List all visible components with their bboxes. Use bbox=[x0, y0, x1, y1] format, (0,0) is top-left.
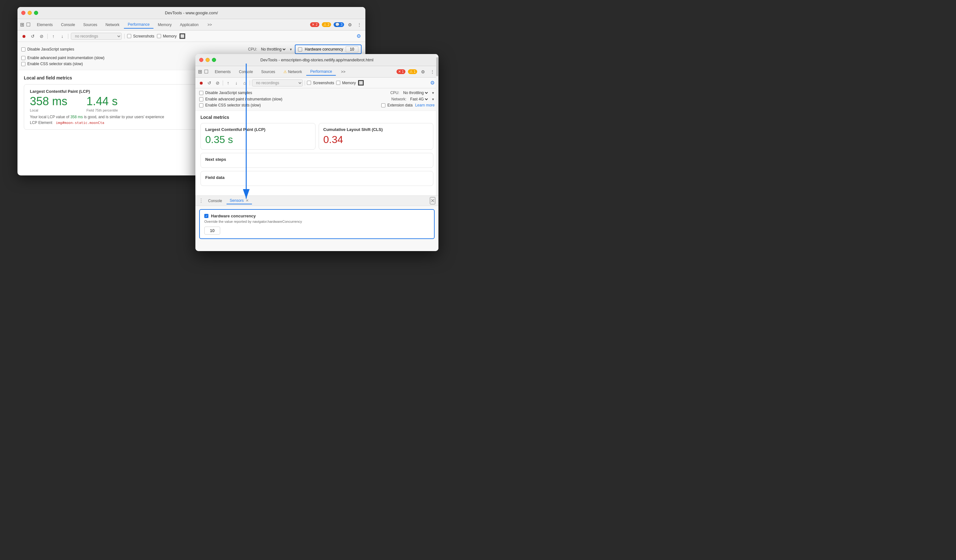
screenshots-check-back[interactable] bbox=[127, 34, 131, 38]
devtools-window-front: DevTools - emscripten-dbg-stories.netlif… bbox=[195, 54, 439, 251]
maximize-button-front[interactable] bbox=[212, 58, 216, 62]
cls-title-front: Cumulative Layout Shift (CLS) bbox=[324, 127, 429, 132]
reload-button-front[interactable]: ↺ bbox=[206, 80, 212, 86]
close-button-front[interactable] bbox=[199, 58, 203, 62]
disable-js-back[interactable]: Disable JavaScript samples bbox=[21, 47, 74, 52]
screenshots-checkbox-front[interactable]: Screenshots bbox=[307, 81, 334, 85]
warning-badge-front: ⚠ 1 bbox=[408, 69, 417, 74]
lcp-card-front: Largest Contentful Paint (LCP) 0.35 s bbox=[200, 123, 316, 150]
settings-icon-back[interactable]: ⚙ bbox=[347, 22, 353, 28]
css-selector-back[interactable]: Enable CSS selector stats (slow) bbox=[21, 62, 83, 66]
metrics-grid: Largest Contentful Paint (LCP) 0.35 s Cu… bbox=[200, 123, 433, 150]
tab-performance-front[interactable]: Performance bbox=[306, 68, 336, 76]
capture-icon-front[interactable]: 🔲 bbox=[358, 80, 364, 86]
inspector-icon-front[interactable]: ⊞ bbox=[198, 69, 202, 75]
hw-value-input-front[interactable] bbox=[204, 227, 220, 234]
hw-check-back[interactable] bbox=[298, 47, 302, 52]
traffic-lights-front bbox=[199, 58, 216, 62]
tab-network-back[interactable]: Network bbox=[102, 21, 123, 28]
learn-more-link[interactable]: Learn more bbox=[415, 103, 435, 107]
warning-badge-back: ⚠ 2 bbox=[322, 22, 331, 27]
titlebar-front: DevTools - emscripten-dbg-stories.netlif… bbox=[195, 54, 439, 66]
tab-elements-back[interactable]: Elements bbox=[33, 21, 57, 28]
minimize-button[interactable] bbox=[28, 11, 32, 15]
inspector-icon[interactable]: ⊞ bbox=[20, 22, 24, 28]
cpu-throttle-front[interactable]: No throttling bbox=[402, 90, 429, 95]
more-options-icon-front[interactable]: ⋮ bbox=[429, 69, 436, 75]
record-button-back[interactable]: ⏺ bbox=[20, 33, 27, 39]
panel-dots-icon[interactable]: ⋮ bbox=[198, 198, 204, 204]
cpu-throttle-back[interactable]: No throttling bbox=[259, 47, 286, 52]
tab-console-back[interactable]: Console bbox=[57, 21, 79, 28]
download-button-back[interactable]: ↓ bbox=[59, 33, 66, 39]
tab-elements-front[interactable]: Elements bbox=[211, 68, 234, 76]
upload-button-front[interactable]: ↑ bbox=[225, 80, 231, 86]
panel-tab-console[interactable]: Console bbox=[205, 198, 225, 204]
hw-value-input-back[interactable] bbox=[346, 46, 358, 52]
memory-checkbox-back[interactable]: Memory bbox=[157, 34, 177, 38]
advanced-paint-front[interactable]: Enable advanced paint instrumentation (s… bbox=[199, 97, 283, 101]
tab-more-back[interactable]: >> bbox=[204, 21, 216, 28]
home-button-front[interactable]: ⌂ bbox=[241, 80, 248, 86]
memory-check-back[interactable] bbox=[157, 34, 161, 38]
settings-gear-back[interactable]: ⚙ bbox=[355, 32, 362, 40]
tab-console-front[interactable]: Console bbox=[235, 68, 257, 76]
download-button-front[interactable]: ↓ bbox=[233, 80, 239, 86]
error-badge-front: ✕ 1 bbox=[396, 69, 406, 74]
scrollbar-thumb[interactable] bbox=[436, 57, 438, 76]
field-data-card: Field data bbox=[200, 171, 433, 186]
toolbar-back: ⏺ ↺ ⊘ ↑ ↓ no recordings Screenshots Memo… bbox=[17, 30, 365, 42]
tab-memory-back[interactable]: Memory bbox=[154, 21, 175, 28]
bottom-panel-tabs: ⋮ Console Sensors ✕ ✕ bbox=[195, 196, 439, 206]
css-selector-front[interactable]: Enable CSS selector stats (slow) bbox=[199, 103, 261, 107]
settings-icon-front[interactable]: ⚙ bbox=[420, 69, 426, 75]
minimize-button-front[interactable] bbox=[206, 58, 210, 62]
next-steps-card: Next steps bbox=[200, 153, 433, 168]
sensors-close-icon[interactable]: ✕ bbox=[245, 198, 249, 203]
hw-card-desc: Override the value reported by navigator… bbox=[204, 220, 429, 223]
front-section: Local metrics Largest Contentful Paint (… bbox=[195, 111, 439, 190]
screenshots-checkbox-back[interactable]: Screenshots bbox=[127, 34, 154, 38]
maximize-button[interactable] bbox=[34, 11, 38, 15]
stop-button-back[interactable]: ⊘ bbox=[38, 33, 45, 39]
record-button-front[interactable]: ⏺ bbox=[198, 80, 204, 86]
network-throttle-front[interactable]: Fast 4G bbox=[409, 97, 429, 102]
hw-title-row: ✓ Hardware concurrency bbox=[204, 214, 429, 218]
error-badge-back: ✕ 2 bbox=[310, 22, 319, 27]
lcp-field-label: Field 75th percentile bbox=[86, 109, 118, 112]
panel-tab-sensors[interactable]: Sensors ✕ bbox=[226, 197, 252, 204]
tab-more-front[interactable]: >> bbox=[337, 68, 349, 76]
more-options-icon-back[interactable]: ⋮ bbox=[356, 22, 363, 28]
options-row2-front: Enable advanced paint instrumentation (s… bbox=[199, 97, 435, 102]
tab-performance-back[interactable]: Performance bbox=[124, 21, 154, 28]
tab-icons-back: ✕ 2 ⚠ 2 💬 3 ⚙ ⋮ bbox=[310, 22, 363, 28]
device-icon-front[interactable]: ☐ bbox=[204, 69, 208, 75]
options-row3-front: Enable CSS selector stats (slow) Extensi… bbox=[199, 103, 435, 107]
window-title-front: DevTools - emscripten-dbg-stories.netlif… bbox=[261, 58, 374, 62]
recordings-select-back[interactable]: no recordings bbox=[71, 33, 122, 40]
extension-data-front[interactable]: Extension data bbox=[381, 103, 412, 107]
tab-sources-back[interactable]: Sources bbox=[79, 21, 101, 28]
lcp-element-value[interactable]: img#moon-static.moonCta bbox=[56, 121, 104, 125]
reload-button-back[interactable]: ↺ bbox=[30, 33, 36, 39]
disable-js-front[interactable]: Disable JavaScript samples bbox=[199, 91, 252, 95]
close-button[interactable] bbox=[21, 11, 25, 15]
upload-button-back[interactable]: ↑ bbox=[50, 33, 57, 39]
recordings-select-front[interactable]: no recordings bbox=[252, 79, 303, 87]
tab-sources-front[interactable]: Sources bbox=[257, 68, 279, 76]
capture-icon-back[interactable]: 🔲 bbox=[179, 33, 186, 39]
stop-button-front[interactable]: ⊘ bbox=[214, 80, 221, 86]
tab-icons-front: ✕ 1 ⚠ 1 ⚙ ⋮ bbox=[396, 69, 436, 75]
panel-close-button[interactable]: ✕ bbox=[430, 197, 435, 204]
settings-gear-front[interactable]: ⚙ bbox=[429, 79, 436, 87]
hw-checkbox-front[interactable]: ✓ bbox=[204, 214, 208, 218]
advanced-paint-back[interactable]: Enable advanced paint instrumentation (s… bbox=[21, 56, 105, 60]
cpu-dropdown-arrow: ▼ bbox=[289, 48, 292, 51]
window-title-back: DevTools - www.google.com/ bbox=[165, 11, 218, 15]
memory-checkbox-front[interactable]: Memory bbox=[336, 81, 356, 85]
local-metrics-title: Local metrics bbox=[200, 115, 433, 120]
device-icon[interactable]: ☐ bbox=[26, 22, 30, 28]
options-front: Disable JavaScript samples CPU: No throt… bbox=[195, 88, 439, 111]
tab-application-back[interactable]: Application bbox=[176, 21, 202, 28]
tab-network-front[interactable]: ⚠ Network bbox=[280, 68, 306, 76]
